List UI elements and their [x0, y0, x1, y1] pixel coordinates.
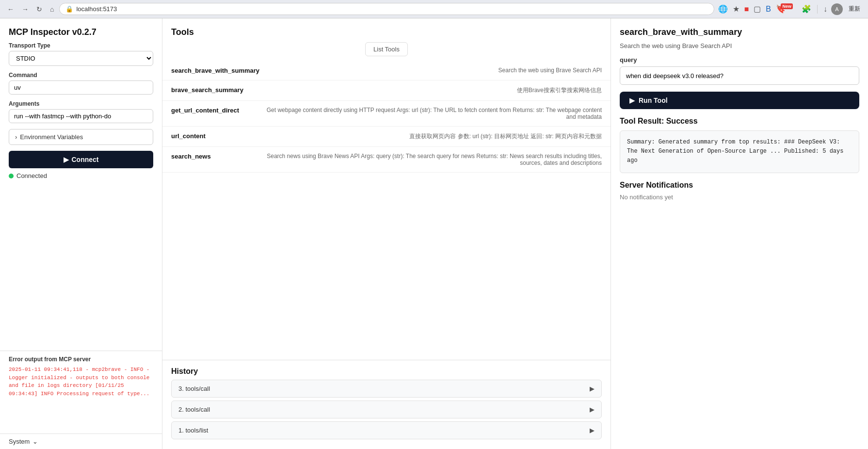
back-button[interactable]: ←: [5, 4, 16, 14]
transport-type-group: Transport Type STDIO SSE HTTP: [9, 42, 153, 66]
run-tool-label: Run Tool: [639, 96, 668, 104]
history-title: History: [171, 367, 602, 376]
tool-name: search_brave_with_summary: [171, 67, 259, 74]
server-notif-title: Server Notifications: [620, 181, 859, 190]
extensions-icon[interactable]: ▢: [753, 3, 762, 15]
query-input[interactable]: [620, 66, 859, 85]
no-notif-text: No notifications yet: [620, 193, 859, 201]
sidebar-header: MCP Inspector v0.2.7: [0, 18, 162, 42]
history-label: 3. tools/call: [178, 385, 210, 392]
tools-title: Tools: [162, 18, 611, 42]
download-icon[interactable]: ↓: [822, 4, 828, 15]
tool-desc: Search the web using Brave Search API: [265, 67, 602, 74]
list-tools-button[interactable]: List Tools: [365, 42, 408, 56]
translate2-icon[interactable]: B: [765, 4, 772, 15]
result-content: Summary: Generated summary from top resu…: [620, 130, 859, 173]
arguments-label: Arguments: [9, 100, 153, 107]
shield-icon[interactable]: ■: [743, 4, 750, 15]
tool-item-search-news[interactable]: search_news Search news using Brave News…: [162, 147, 611, 173]
history-section: History 3. tools/call ▶ 2. tools/call ▶ …: [162, 360, 611, 449]
expand-icon: ▶: [590, 427, 595, 434]
puzzle-icon[interactable]: 🧩: [801, 3, 812, 15]
star-icon[interactable]: ★: [732, 3, 740, 15]
browser-actions: 🌐 ★ ■ ▢ B 🔖 New 🧩 ↓ A 重新: [717, 3, 863, 15]
tool-item-url-content[interactable]: url_content 直接获取网页内容 参数: url (str): 目标网页…: [162, 127, 611, 147]
tool-desc: Get webpage content directly using HTTP …: [264, 107, 602, 120]
translate-icon[interactable]: 🌐: [717, 3, 729, 15]
run-tool-button[interactable]: ▶ Run Tool: [620, 92, 859, 109]
connect-button[interactable]: ▶ Connect: [9, 151, 153, 168]
sidebar-content: Transport Type STDIO SSE HTTP Command Ar…: [0, 42, 162, 351]
tool-item-brave-search-summary[interactable]: brave_search_summary 使用Brave搜索引擎搜索网络信息: [162, 80, 611, 101]
middle-panel: Tools List Tools search_brave_with_summa…: [162, 18, 611, 449]
tool-name: search_news: [171, 153, 258, 166]
sidebar-footer: System ⌄: [0, 433, 162, 449]
error-title: Error output from MCP server: [9, 356, 153, 363]
separator: [817, 5, 818, 14]
right-panel-tool-description: Search the web using Brave Search API: [620, 42, 859, 49]
right-panel-tool-title: search_brave_with_summary: [620, 27, 859, 37]
tools-section: Tools List Tools search_brave_with_summa…: [162, 18, 611, 360]
error-section: Error output from MCP server 2025-01-11 …: [0, 351, 162, 433]
app: MCP Inspector v0.2.7 Transport Type STDI…: [0, 18, 868, 449]
chevron-right-icon: ›: [15, 133, 17, 141]
address-bar[interactable]: 🔒 localhost:5173: [59, 3, 714, 15]
security-icon: 🔒: [65, 5, 73, 13]
sidebar-title: MCP Inspector v0.2.7: [9, 27, 153, 37]
arguments-group: Arguments: [9, 100, 153, 123]
system-label: System: [9, 438, 30, 445]
forward-button[interactable]: →: [19, 4, 31, 14]
transport-type-select[interactable]: STDIO SSE HTTP: [9, 51, 153, 66]
avatar[interactable]: A: [831, 3, 843, 15]
history-item-1[interactable]: 1. tools/list ▶: [171, 421, 602, 439]
history-label: 1. tools/list: [178, 427, 208, 434]
browser-chrome: ← → ↻ ⌂ 🔒 localhost:5173 🌐 ★ ■ ▢ B 🔖 New…: [0, 0, 868, 18]
transport-type-label: Transport Type: [9, 42, 153, 49]
tool-desc: Search news using Brave News API Args: q…: [264, 153, 602, 166]
send-icon: ▶: [629, 96, 635, 104]
env-vars-toggle[interactable]: › Environment Variables: [9, 129, 153, 145]
command-label: Command: [9, 72, 153, 79]
expand-icon: ▶: [590, 385, 595, 392]
home-button[interactable]: ⌂: [48, 4, 56, 14]
expand-icon: ▶: [590, 406, 595, 413]
sidebar: MCP Inspector v0.2.7 Transport Type STDI…: [0, 18, 162, 449]
new-badge: New: [781, 3, 793, 9]
command-group: Command: [9, 72, 153, 95]
tool-desc: 使用Brave搜索引擎搜索网络信息: [264, 86, 602, 95]
tool-name: url_content: [171, 132, 258, 141]
play-icon: ▶: [64, 156, 69, 163]
result-title: Tool Result: Success: [620, 117, 859, 126]
command-input[interactable]: [9, 80, 153, 95]
reload-text-button[interactable]: 重新: [846, 4, 863, 14]
reload-button[interactable]: ↻: [34, 4, 45, 14]
chevron-down-icon: ⌄: [32, 438, 38, 445]
tool-item-search-brave[interactable]: search_brave_with_summary Search the web…: [162, 61, 611, 80]
tool-desc: 直接获取网页内容 参数: url (str): 目标网页地址 返回: str: …: [264, 132, 602, 141]
env-vars-label: Environment Variables: [20, 133, 83, 141]
connected-label: Connected: [16, 172, 47, 179]
tool-item-get-url-content[interactable]: get_url_content_direct Get webpage conte…: [162, 101, 611, 127]
right-panel: search_brave_with_summary Search the web…: [611, 18, 868, 449]
history-item-2[interactable]: 2. tools/call ▶: [171, 401, 602, 418]
history-item-3[interactable]: 3. tools/call ▶: [171, 380, 602, 398]
url-text: localhost:5173: [76, 5, 117, 13]
error-output: 2025-01-11 09:34:41,118 - mcp2brave - IN…: [9, 366, 153, 429]
tool-name: get_url_content_direct: [171, 107, 258, 120]
connect-label: Connect: [72, 156, 99, 163]
history-label: 2. tools/call: [178, 406, 210, 413]
status-dot: [9, 174, 14, 178]
new-badge-icon[interactable]: 🔖 New: [775, 3, 798, 15]
system-select[interactable]: System ⌄: [9, 438, 153, 445]
tool-name: brave_search_summary: [171, 86, 258, 95]
query-label: query: [620, 56, 859, 64]
arguments-input[interactable]: [9, 109, 153, 123]
connected-status: Connected: [9, 172, 153, 179]
